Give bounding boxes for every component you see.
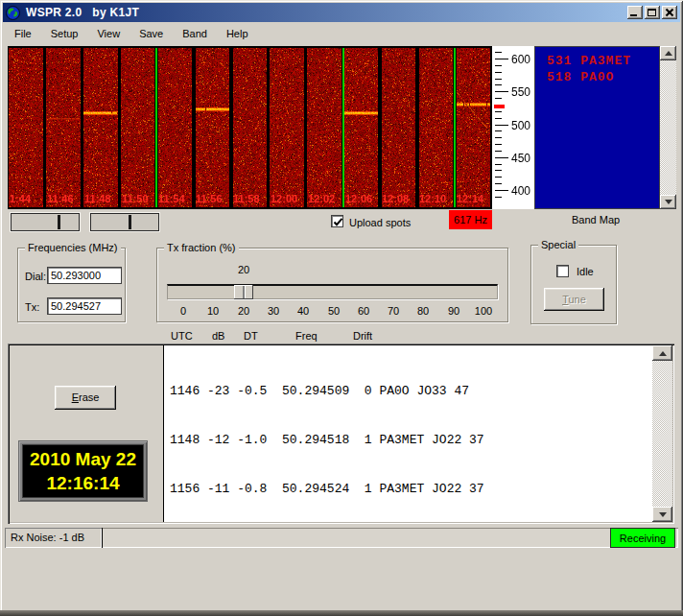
tick-label: 80 — [417, 305, 429, 317]
idle-checkbox[interactable] — [556, 265, 569, 277]
special-group-title: Special — [538, 239, 578, 250]
globe-icon — [6, 6, 20, 20]
header-drift: Drift — [353, 330, 372, 342]
window-bottom-edge — [0, 610, 683, 616]
menu-setup[interactable]: Setup — [41, 24, 88, 43]
checkmark-icon — [332, 216, 344, 228]
status-bar: Rx Noise: -1 dB Receiving — [3, 526, 680, 551]
erase-button[interactable]: Erase — [55, 386, 116, 410]
tx-fraction-group: Tx fraction (%) 20 0 10 20 30 40 50 60 7… — [156, 248, 508, 322]
tick-label: 100 — [475, 305, 492, 317]
waterfall-display — [8, 46, 492, 209]
maximize-icon — [648, 9, 656, 16]
arrow-down-icon — [665, 200, 672, 204]
tx-fraction-slider-track[interactable] — [167, 284, 498, 299]
header-dt: DT — [244, 330, 258, 342]
spot-row: 1148 -12 -1.0 50.294518 1 PA3MET JO22 37 — [170, 432, 652, 448]
receiving-badge: Receiving — [610, 528, 675, 548]
tx-fraction-value: 20 — [238, 264, 249, 275]
tx-fraction-slider-thumb[interactable] — [234, 285, 253, 299]
maximize-button[interactable] — [645, 6, 660, 19]
band-map-title: Band Map — [572, 214, 620, 225]
decode-scrollbar[interactable] — [652, 345, 672, 522]
title-bar[interactable]: WSPR 2.0 by K1JT — [3, 3, 680, 22]
tick-label: 90 — [448, 305, 459, 317]
menu-save[interactable]: Save — [130, 24, 173, 43]
close-button[interactable] — [662, 6, 677, 19]
arrow-down-icon — [659, 512, 667, 517]
tx-label: Tx: — [25, 301, 39, 313]
spot-row: 1146 -23 -0.5 50.294509 0 PA0O JO33 47 — [170, 383, 652, 399]
scroll-up-button[interactable] — [652, 345, 672, 361]
tick-label: 10 — [207, 305, 219, 317]
window-title: WSPR 2.0 by K1JT — [26, 6, 139, 19]
dial-label: Dial: — [25, 271, 46, 282]
tick-label: 0 — [180, 305, 186, 317]
tune-button[interactable]: Tune — [544, 288, 604, 311]
idle-label: Idle — [577, 266, 594, 277]
tx-frequency-input[interactable] — [47, 297, 122, 315]
band-map-entry: 518 PA0O — [547, 69, 659, 85]
tick-label: 70 — [388, 305, 399, 317]
frequency-scale — [492, 46, 534, 209]
wspr-window: WSPR 2.0 by K1JT File Setup View Save Ba… — [0, 0, 683, 616]
clock-time: 12:16:14 — [23, 471, 143, 495]
frequencies-group: Frequencies (MHz) Dial: Tx: — [17, 248, 126, 322]
scroll-up-button[interactable] — [660, 46, 676, 60]
menu-band[interactable]: Band — [173, 24, 217, 43]
gain-slider-thumb[interactable] — [58, 215, 60, 229]
scroll-down-button[interactable] — [660, 195, 676, 209]
tick-label: 40 — [297, 305, 309, 317]
frequencies-group-title: Frequencies (MHz) — [25, 242, 121, 253]
scroll-down-button[interactable] — [652, 507, 672, 522]
menu-bar: File Setup View Save Band Help — [3, 22, 680, 45]
arrow-up-icon — [665, 51, 672, 56]
band-map: 531 PA3MET 518 PA0O — [534, 46, 660, 209]
header-freq: Freq — [295, 330, 318, 342]
zero-slider-thumb[interactable] — [129, 215, 131, 229]
header-utc: UTC — [171, 330, 193, 342]
tx-fraction-group-title: Tx fraction (%) — [164, 242, 239, 253]
menu-help[interactable]: Help — [217, 24, 258, 43]
gain-slider[interactable] — [11, 213, 80, 231]
tick-label: 30 — [268, 305, 279, 317]
tick-label: 20 — [238, 305, 249, 317]
zero-slider[interactable] — [90, 213, 159, 231]
spot-row: 1156 -11 -0.8 50.294524 1 PA3MET JO22 37 — [170, 481, 652, 497]
rx-noise-status: Rx Noise: -1 dB — [5, 528, 102, 548]
header-db: dB — [212, 330, 224, 342]
tick-label: 60 — [358, 305, 369, 317]
menu-file[interactable]: File — [5, 24, 41, 43]
band-map-entry: 531 PA3MET — [547, 53, 659, 69]
menu-view[interactable]: View — [87, 24, 130, 43]
clock-display: 2010 May 22 12:16:14 — [19, 441, 147, 501]
minimize-button[interactable] — [627, 6, 643, 19]
special-group: Special — [530, 245, 617, 324]
tick-label: 50 — [328, 305, 340, 317]
arrow-up-icon — [659, 351, 667, 356]
rx-frequency-badge: 617 Hz — [449, 210, 492, 229]
decode-output[interactable]: 1146 -23 -0.5 50.294509 0 PA0O JO33 47 1… — [163, 345, 652, 522]
dial-frequency-input[interactable] — [47, 267, 122, 284]
band-map-scrollbar[interactable] — [660, 46, 676, 209]
status-strip — [5, 528, 678, 548]
upload-spots-checkbox[interactable] — [331, 215, 343, 227]
clock-date: 2010 May 22 — [23, 447, 143, 471]
minimize-icon — [630, 14, 637, 16]
upload-spots-label: Upload spots — [349, 217, 411, 228]
